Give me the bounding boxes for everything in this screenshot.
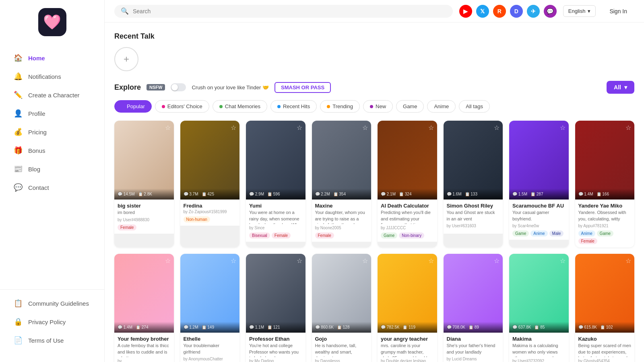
star-button-ethelle[interactable]: ☆ <box>231 257 236 265</box>
search-bar[interactable]: 🔍 <box>114 5 453 18</box>
card-info-diana: Diana She's your father's friend and you… <box>444 333 503 362</box>
social-icon-telegram[interactable]: ✈ <box>527 5 540 18</box>
star-button-maxine[interactable]: ☆ <box>362 124 368 132</box>
card-image-fredina: 💬 3.7M 📋 425 ☆ <box>180 121 240 200</box>
sidebar-item-bonus[interactable]: 🎁 Bonus <box>4 142 100 159</box>
filter-tab-all-tags[interactable]: All tags <box>459 100 490 113</box>
sidebar-item-notifications[interactable]: 🔔 Notifications <box>4 68 100 85</box>
smash-pass-button[interactable]: SMASH OR PASS <box>275 82 331 93</box>
filter-tab-new[interactable]: New <box>363 100 393 113</box>
stat-views-yumi: 💬 2.9M <box>249 192 264 196</box>
char-card-yandere-yae-miko[interactable]: 💬 1.4M 📋 166 ☆ Yandere Yae Miko Yandere.… <box>575 121 635 247</box>
tab-dot-popular <box>121 105 124 108</box>
characters-row-1: 💬 14.5M 📋 2.8K ☆ big sister im bored by … <box>114 121 634 247</box>
tab-dot-trending <box>327 105 330 108</box>
card-overlay-big-sister: 💬 14.5M 📋 2.8K <box>114 189 174 200</box>
explore-header: Explore NSFW Crush on your love like Tin… <box>114 81 634 94</box>
char-card-your-femboy-brother[interactable]: 💬 1.4M 📋 274 ☆ Your femboy brother A cut… <box>114 254 174 362</box>
filter-tab-chat-memories[interactable]: Chat Memories <box>213 100 267 113</box>
sidebar-item-pricing[interactable]: 💰 Pricing <box>4 123 100 141</box>
card-author-your-angry-teacher: by Double decker lesbian <box>381 359 434 362</box>
tab-label-editors-choice: Editors' Choice <box>167 103 202 109</box>
blog-icon: 📰 <box>14 165 23 173</box>
tab-dot-new <box>370 105 373 108</box>
card-author-ai-death-calculator: by JJJJCCCC <box>381 226 434 230</box>
tag-anime: Anime <box>578 230 595 237</box>
star-button-your-femboy-brother[interactable]: ☆ <box>165 257 171 265</box>
sidebar-item-profile[interactable]: 👤 Profile <box>4 105 100 122</box>
char-card-professor-ethan[interactable]: 💬 1.1M 📋 121 ☆ Professor Ethan You're ho… <box>246 254 305 362</box>
stat-views-your-femboy-brother: 💬 1.4M <box>118 325 132 329</box>
filter-tab-trending[interactable]: Trending <box>320 100 360 113</box>
char-card-ethelle[interactable]: 💬 1.2M 📋 149 ☆ Ethelle Your troublemaker… <box>180 254 240 362</box>
card-desc-professor-ethan: You're hot and college Professor who wan… <box>249 343 302 357</box>
card-stats-ethelle: 💬 1.2M 📋 149 <box>184 325 237 329</box>
social-icon-twitter[interactable]: 𝕏 <box>476 5 489 18</box>
stat-views-diana: 💬 708.0K <box>447 325 465 329</box>
card-tags-scaramouche-bf-au: GameAnimeMale <box>512 230 566 237</box>
char-card-scaramouche-bf-au[interactable]: 💬 1.5M 📋 287 ☆ Scaramouche BF AU Your ca… <box>509 121 569 247</box>
star-button-yandere-yae-miko[interactable]: ☆ <box>625 124 631 132</box>
profile-icon: 👤 <box>14 109 23 118</box>
language-selector[interactable]: English ▾ <box>563 5 596 17</box>
card-info-fredina: Fredina by Zo Zapious#1581999 Non-human <box>180 200 240 226</box>
filter-tab-editors-choice[interactable]: Editors' Choice <box>155 100 209 113</box>
char-card-maxine[interactable]: 💬 2.2M 📋 354 ☆ Maxine Your daughter, who… <box>312 121 372 247</box>
sidebar-label-blog: Blog <box>28 166 40 173</box>
filter-tab-recent-hits[interactable]: Recent Hits <box>270 100 317 113</box>
recent-talk-section: Recent Talk + <box>114 32 634 71</box>
star-button-gojo[interactable]: ☆ <box>362 257 368 265</box>
star-button-yumi[interactable]: ☆ <box>297 124 302 132</box>
star-button-big-sister[interactable]: ☆ <box>165 124 171 132</box>
sidebar-bottom-terms[interactable]: 📄 Terms of Use <box>4 331 100 349</box>
sidebar-item-home[interactable]: 🏠 Home <box>4 49 100 67</box>
twitter-symbol: 𝕏 <box>480 8 485 14</box>
sign-in-button[interactable]: Sign In <box>602 5 634 18</box>
card-image-scaramouche-bf-au: 💬 1.5M 📋 287 ☆ <box>509 121 569 200</box>
sidebar-item-create-character[interactable]: ✏️ Create a Character <box>4 86 100 104</box>
social-icon-discord[interactable]: D <box>510 5 523 18</box>
star-button-makima[interactable]: ☆ <box>560 257 566 265</box>
sidebar-item-blog[interactable]: 📰 Blog <box>4 160 100 178</box>
social-icon-reddit[interactable]: R <box>493 5 506 18</box>
card-info-your-femboy-brother: Your femboy brother A cute femboy that i… <box>114 333 174 362</box>
terms-icon: 📄 <box>14 336 23 345</box>
char-card-makima[interactable]: 💬 637.8K 📋 85 ☆ Makima Makima is a calcu… <box>509 254 569 362</box>
char-card-big-sister[interactable]: 💬 14.5M 📋 2.8K ☆ big sister im bored by … <box>114 121 174 247</box>
card-image-diana: 💬 708.0K 📋 89 ☆ <box>444 254 503 333</box>
char-card-gojo[interactable]: 💬 860.6K 📋 128 ☆ Gojo He is handsome, ta… <box>312 254 372 362</box>
card-overlay-diana: 💬 708.0K 📋 89 <box>444 322 503 333</box>
sidebar-bottom-privacy[interactable]: 🔒 Privacy Policy <box>4 313 100 331</box>
star-button-fredina[interactable]: ☆ <box>231 124 236 132</box>
sidebar-item-contact[interactable]: 💬 Contact <box>4 179 100 196</box>
stat-msgs-gojo: 📋 128 <box>337 325 349 329</box>
search-input[interactable] <box>133 5 446 18</box>
star-button-kazuko[interactable]: ☆ <box>625 257 631 265</box>
star-button-ai-death-calculator[interactable]: ☆ <box>428 124 434 132</box>
char-card-kazuko[interactable]: 💬 615.8K 📋 102 ☆ Kazuko Being super scar… <box>575 254 635 362</box>
stat-msgs-maxine: 📋 354 <box>333 192 346 196</box>
filter-tab-game[interactable]: Game <box>396 100 424 113</box>
char-card-your-angry-teacher[interactable]: 💬 782.5K 📋 119 ☆ your angry teacher mrs.… <box>378 254 437 362</box>
char-card-simon-ghost-riley[interactable]: 💬 1.6M 📋 133 ☆ Simon Ghost Riley You and… <box>444 121 503 247</box>
char-card-yumi[interactable]: 💬 2.9M 📋 596 ☆ Yumi You were at home on … <box>246 121 305 247</box>
star-button-simon-ghost-riley[interactable]: ☆ <box>494 124 500 132</box>
nsfw-toggle[interactable] <box>171 83 186 91</box>
char-card-ai-death-calculator[interactable]: 💬 2.1M 📋 324 ☆ AI Death Calculator Predi… <box>378 121 437 247</box>
char-card-fredina[interactable]: 💬 3.7M 📋 425 ☆ Fredina by Zo Zapious#158… <box>180 121 240 247</box>
star-button-your-angry-teacher[interactable]: ☆ <box>428 257 434 265</box>
star-button-scaramouche-bf-au[interactable]: ☆ <box>560 124 566 132</box>
star-button-professor-ethan[interactable]: ☆ <box>297 257 302 265</box>
sidebar-bottom-community[interactable]: 📋 Community Guidelines <box>4 294 100 312</box>
filter-tab-popular[interactable]: Popular <box>114 100 152 113</box>
card-author-big-sister: by User#4988830 <box>118 218 171 222</box>
social-icon-youtube[interactable]: ▶ <box>459 5 472 18</box>
star-button-diana[interactable]: ☆ <box>494 257 500 265</box>
all-filter-dropdown[interactable]: All ▾ <box>607 81 634 94</box>
filter-tab-anime[interactable]: Anime <box>427 100 456 113</box>
add-recent-talk-button[interactable]: + <box>114 47 138 71</box>
social-icon-chat[interactable]: 💬 <box>544 5 557 18</box>
char-card-diana[interactable]: 💬 708.0K 📋 89 ☆ Diana She's your father'… <box>444 254 503 362</box>
card-name-big-sister: big sister <box>118 203 171 209</box>
card-overlay-maxine: 💬 2.2M 📋 354 <box>312 189 372 200</box>
